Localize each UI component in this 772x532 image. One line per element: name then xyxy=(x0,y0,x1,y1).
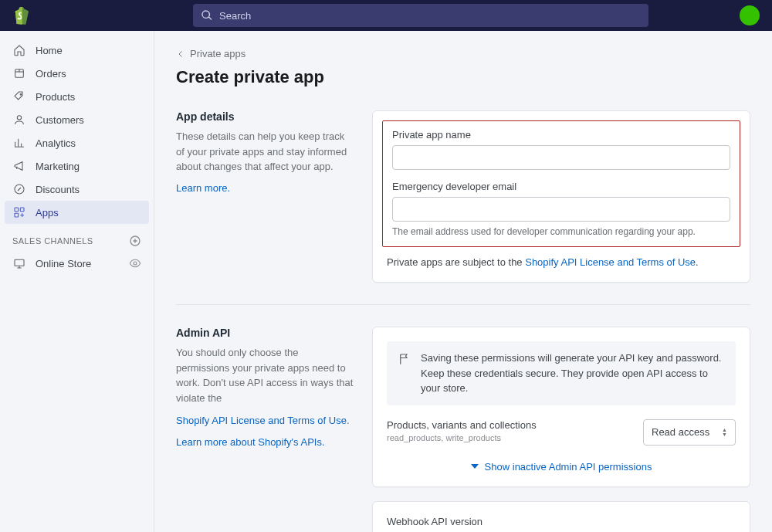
show-inactive-toggle[interactable]: Show inactive Admin API permissions xyxy=(387,461,736,473)
permission-title: Products, variants and collections xyxy=(387,419,537,431)
sidebar-section-channels: SALES CHANNELS xyxy=(5,224,149,252)
search-icon xyxy=(201,9,213,22)
section-desc: You should only choose the permissions y… xyxy=(176,345,354,429)
section-title: Admin API xyxy=(176,327,354,339)
breadcrumb-back[interactable]: Private apps xyxy=(176,48,750,59)
admin-api-card: Saving these permissions will generate y… xyxy=(372,327,750,487)
chevron-left-icon xyxy=(176,49,185,59)
divider xyxy=(176,304,750,305)
app-name-input[interactable] xyxy=(392,145,730,170)
section-label: SALES CHANNELS xyxy=(12,236,93,246)
permission-select[interactable]: Read access ▲▼ xyxy=(643,419,736,446)
sidebar-item-label: Analytics xyxy=(36,137,76,149)
svg-point-9 xyxy=(134,262,137,265)
show-more-label: Show inactive Admin API permissions xyxy=(485,461,652,473)
search-input[interactable]: Search xyxy=(193,4,648,27)
info-banner: Saving these permissions will generate y… xyxy=(387,341,736,405)
sidebar-item-products[interactable]: Products xyxy=(5,85,149,108)
sidebar: Home Orders Products Customers Analytics… xyxy=(0,31,154,532)
sidebar-item-marketing[interactable]: Marketing xyxy=(5,154,149,178)
license-notice: Private apps are subject to the Shopify … xyxy=(387,256,736,268)
learn-more-link[interactable]: Learn more. xyxy=(176,182,230,194)
select-caret-icon: ▲▼ xyxy=(722,428,727,437)
avatar[interactable] xyxy=(740,5,760,25)
section-desc: These details can help you keep track of… xyxy=(176,129,354,175)
sidebar-item-label: Products xyxy=(36,91,75,103)
topbar: Search xyxy=(0,0,772,31)
sidebar-item-customers[interactable]: Customers xyxy=(5,108,149,131)
sidebar-item-apps[interactable]: Apps xyxy=(5,201,149,224)
sidebar-item-label: Marketing xyxy=(36,161,80,172)
svg-point-1 xyxy=(20,94,22,96)
channel-label: Online Store xyxy=(36,258,120,269)
customers-icon xyxy=(12,113,26,127)
section-app-details: App details These details can help you k… xyxy=(176,110,750,283)
sidebar-item-label: Home xyxy=(36,45,63,56)
products-icon xyxy=(12,90,26,103)
svg-rect-4 xyxy=(15,208,19,212)
learn-api-link[interactable]: Learn more about Shopify's APIs. xyxy=(176,436,325,448)
sidebar-item-label: Orders xyxy=(36,68,66,80)
search-placeholder: Search xyxy=(219,10,251,22)
webhook-card: Webhook API version 2020-04 (Latest) ▲▼ xyxy=(372,501,750,533)
sidebar-item-orders[interactable]: Orders xyxy=(5,62,149,85)
email-label: Emergency developer email xyxy=(392,181,730,192)
sidebar-item-home[interactable]: Home xyxy=(5,39,149,62)
sidebar-item-label: Customers xyxy=(36,114,84,126)
svg-point-2 xyxy=(17,116,21,120)
flag-icon xyxy=(398,352,411,366)
channel-online-store[interactable]: Online Store xyxy=(5,252,149,275)
shopify-logo xyxy=(12,6,29,25)
email-helper: The email address used for developer com… xyxy=(392,226,730,237)
analytics-icon xyxy=(12,136,26,150)
add-channel-button[interactable] xyxy=(129,235,141,247)
sidebar-item-label: Apps xyxy=(36,207,59,219)
highlight-box: Private app name Emergency developer ema… xyxy=(382,120,740,247)
section-admin-api: Admin API You should only choose the per… xyxy=(176,327,750,532)
discounts-icon xyxy=(12,182,26,196)
svg-rect-6 xyxy=(15,213,19,217)
sidebar-item-label: Discounts xyxy=(36,184,80,195)
orders-icon xyxy=(12,66,26,80)
app-name-label: Private app name xyxy=(392,129,730,141)
section-title: App details xyxy=(176,110,354,123)
email-input[interactable] xyxy=(392,197,730,222)
svg-rect-8 xyxy=(15,259,24,266)
page-title: Create private app xyxy=(176,67,750,87)
license-link-2[interactable]: Shopify API License and Terms of Use xyxy=(176,413,347,429)
app-details-card: Private app name Emergency developer ema… xyxy=(372,110,750,283)
sidebar-item-discounts[interactable]: Discounts xyxy=(5,178,149,201)
home-icon xyxy=(12,43,26,57)
breadcrumb-label: Private apps xyxy=(190,48,245,59)
sidebar-item-analytics[interactable]: Analytics xyxy=(5,131,149,154)
banner-text: Saving these permissions will generate y… xyxy=(421,351,725,396)
online-store-icon xyxy=(12,256,26,270)
svg-rect-5 xyxy=(20,208,24,212)
caret-down-icon xyxy=(471,463,479,470)
permission-scopes: read_products, write_products xyxy=(387,433,537,442)
marketing-icon xyxy=(12,159,26,173)
permission-row: Products, variants and collections read_… xyxy=(387,419,736,446)
license-link[interactable]: Shopify API License and Terms of Use xyxy=(525,256,696,268)
apps-icon xyxy=(12,205,26,219)
content: Private apps Create private app App deta… xyxy=(154,31,772,532)
view-store-icon[interactable] xyxy=(129,257,141,269)
webhook-label: Webhook API version xyxy=(387,516,736,527)
permission-value: Read access xyxy=(652,426,709,438)
